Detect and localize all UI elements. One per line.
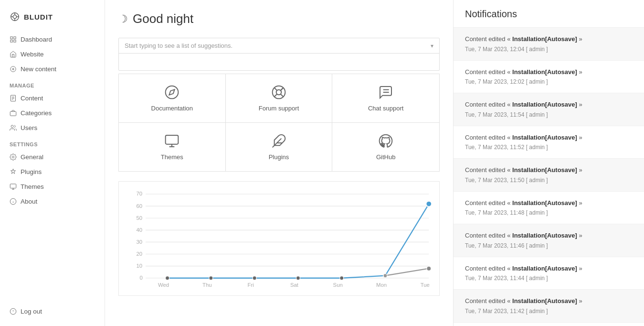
quick-link-chat-support[interactable]: Chat support	[332, 74, 439, 123]
users-label: Users	[21, 124, 37, 131]
content-label: Content	[21, 95, 43, 102]
svg-rect-17	[10, 111, 16, 116]
sidebar-item-logout[interactable]: Log out	[0, 304, 105, 318]
plugins-icon	[10, 168, 17, 175]
svg-rect-7	[14, 37, 16, 39]
github-icon	[378, 133, 393, 149]
dashboard-label: Dashboard	[21, 36, 52, 43]
documentation-label: Documentation	[151, 105, 193, 112]
svg-point-67	[427, 266, 431, 271]
manage-section-label: MANAGE	[0, 77, 105, 90]
svg-point-19	[12, 156, 14, 158]
sidebar-item-new-content[interactable]: New content	[0, 62, 105, 76]
svg-text:50: 50	[137, 215, 143, 221]
sidebar-item-general[interactable]: General	[0, 150, 105, 164]
svg-point-30	[276, 90, 282, 95]
svg-point-62	[296, 276, 300, 280]
about-icon	[10, 198, 17, 205]
sidebar-item-themes[interactable]: Themes	[0, 180, 105, 194]
logo-icon	[10, 11, 20, 22]
quick-link-plugins[interactable]: Plugins	[226, 123, 333, 171]
svg-point-60	[209, 276, 213, 280]
svg-line-31	[274, 88, 277, 91]
notifications-title: Notifications	[454, 0, 644, 28]
notification-item: Content edited « Installation[Autosave] …	[454, 192, 644, 225]
sidebar-item-content[interactable]: Content	[0, 91, 105, 105]
notification-item: Content edited « Installation[Autosave] …	[454, 61, 644, 94]
quick-links-grid: Documentation Forum support Chat suppo	[118, 74, 440, 172]
svg-point-61	[253, 276, 256, 280]
svg-point-27	[166, 86, 179, 99]
svg-text:30: 30	[137, 239, 143, 245]
new-content-icon	[10, 65, 17, 73]
svg-text:Thu: Thu	[202, 282, 212, 288]
svg-rect-38	[166, 135, 179, 144]
logout-label: Log out	[21, 308, 42, 315]
svg-point-66	[383, 274, 387, 278]
logout-icon	[10, 308, 17, 315]
quick-link-documentation[interactable]: Documentation	[119, 74, 226, 123]
svg-line-35	[274, 94, 277, 97]
svg-rect-9	[14, 40, 16, 42]
main-content: ☽ Good night Start typing to see a list …	[105, 0, 453, 326]
settings-section-label: SETTINGS	[0, 136, 105, 149]
quick-link-themes[interactable]: Themes	[119, 123, 226, 171]
sidebar-item-dashboard[interactable]: Dashboard	[0, 33, 105, 46]
svg-rect-8	[11, 40, 12, 42]
search-input[interactable]	[124, 56, 434, 67]
plugins-label: Plugins	[21, 168, 42, 175]
notification-item: Content edited « Installation[Autosave] …	[454, 159, 644, 192]
themes-icon	[10, 183, 17, 190]
svg-rect-20	[10, 184, 16, 188]
forum-support-label: Forum support	[259, 105, 299, 112]
quick-link-forum-support[interactable]: Forum support	[226, 74, 333, 123]
svg-text:0: 0	[139, 275, 142, 281]
svg-text:Wed: Wed	[158, 282, 169, 288]
notification-item: Content edited « Installation[Autosave] …	[454, 323, 644, 326]
svg-text:Fri: Fri	[248, 282, 254, 288]
chat-support-label: Chat support	[368, 105, 403, 112]
app-name: BLUDIT	[24, 13, 53, 21]
categories-label: Categories	[21, 109, 52, 117]
message-square-icon	[378, 85, 393, 100]
monitor-icon	[164, 133, 179, 149]
chart-svg: 70 60 50 40 30 20 10 0	[127, 189, 432, 292]
svg-point-59	[166, 276, 169, 280]
svg-text:Mon: Mon	[376, 282, 387, 288]
quick-link-github[interactable]: GitHub	[332, 123, 439, 171]
svg-text:Tue: Tue	[421, 282, 430, 288]
notifications-list: Content edited « Installation[Autosave] …	[454, 28, 644, 326]
website-icon	[10, 51, 17, 58]
sidebar-item-about[interactable]: About	[0, 195, 105, 208]
svg-point-65	[426, 201, 432, 206]
search-dropdown-text: Start typing to see a list of suggestion…	[125, 42, 431, 49]
sidebar: BLUDIT Dashboard Website New content MAN…	[0, 0, 105, 326]
compass-icon	[164, 85, 179, 100]
users-icon	[10, 124, 17, 131]
svg-text:10: 10	[137, 263, 143, 269]
dashboard-icon	[10, 36, 17, 43]
svg-text:70: 70	[137, 191, 143, 196]
sidebar-item-plugins[interactable]: Plugins	[0, 165, 105, 179]
sidebar-item-categories[interactable]: Categories	[0, 106, 105, 120]
sidebar-item-users[interactable]: Users	[0, 121, 105, 135]
categories-icon	[10, 109, 17, 117]
notification-item: Content edited « Installation[Autosave] …	[454, 28, 644, 61]
content-icon	[10, 95, 17, 102]
search-input-row	[119, 54, 439, 70]
page-header: ☽ Good night	[118, 11, 440, 26]
notification-item: Content edited « Installation[Autosave] …	[454, 93, 644, 126]
chevron-down-icon: ▾	[431, 43, 433, 49]
search-dropdown[interactable]: Start typing to see a list of suggestion…	[119, 38, 439, 54]
notification-item: Content edited « Installation[Autosave] …	[454, 257, 644, 290]
life-buoy-icon	[271, 85, 286, 100]
about-label: About	[21, 198, 37, 205]
svg-text:Sat: Sat	[290, 282, 299, 288]
sidebar-item-website[interactable]: Website	[0, 47, 105, 61]
svg-rect-6	[11, 37, 12, 39]
github-label: GitHub	[376, 153, 395, 161]
notification-item: Content edited « Installation[Autosave] …	[454, 224, 644, 257]
app-logo[interactable]: BLUDIT	[0, 8, 105, 32]
svg-text:60: 60	[137, 203, 143, 209]
svg-point-1	[13, 15, 16, 18]
